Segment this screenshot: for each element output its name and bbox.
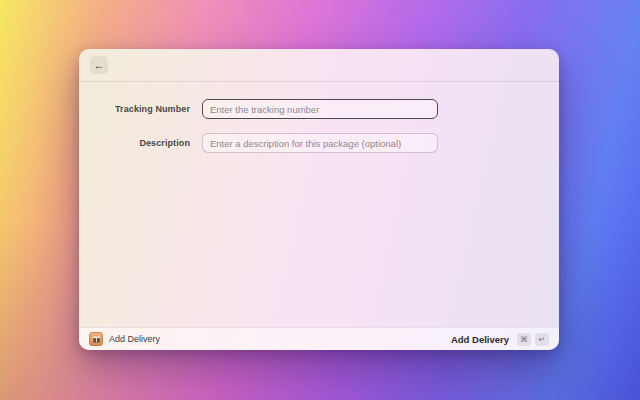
tracking-number-row: Tracking Number — [79, 99, 559, 119]
add-delivery-window: ← Tracking Number Description Add Delive… — [79, 49, 559, 350]
description-label: Description — [79, 133, 190, 153]
return-key-icon: ↵ — [535, 333, 549, 346]
command-key-icon: ⌘ — [517, 333, 531, 346]
tracking-number-input[interactable] — [202, 99, 438, 119]
titlebar: ← — [79, 49, 559, 82]
footer-right-group: Add Delivery ⌘ ↵ — [451, 333, 549, 346]
package-icon — [89, 332, 103, 346]
description-row: Description — [79, 133, 559, 153]
tracking-number-label: Tracking Number — [79, 99, 190, 119]
description-input[interactable] — [202, 133, 438, 153]
desktop-background: { "window": { "back_icon": "←", "form": … — [0, 0, 640, 400]
add-delivery-action[interactable]: Add Delivery — [451, 334, 509, 345]
footer-left-group: Add Delivery — [89, 332, 160, 346]
footer-bar: Add Delivery Add Delivery ⌘ ↵ — [79, 327, 559, 350]
footer-window-title: Add Delivery — [109, 334, 160, 344]
package-glyph — [92, 335, 101, 344]
back-button[interactable]: ← — [90, 56, 108, 74]
back-arrow-icon: ← — [94, 59, 105, 71]
